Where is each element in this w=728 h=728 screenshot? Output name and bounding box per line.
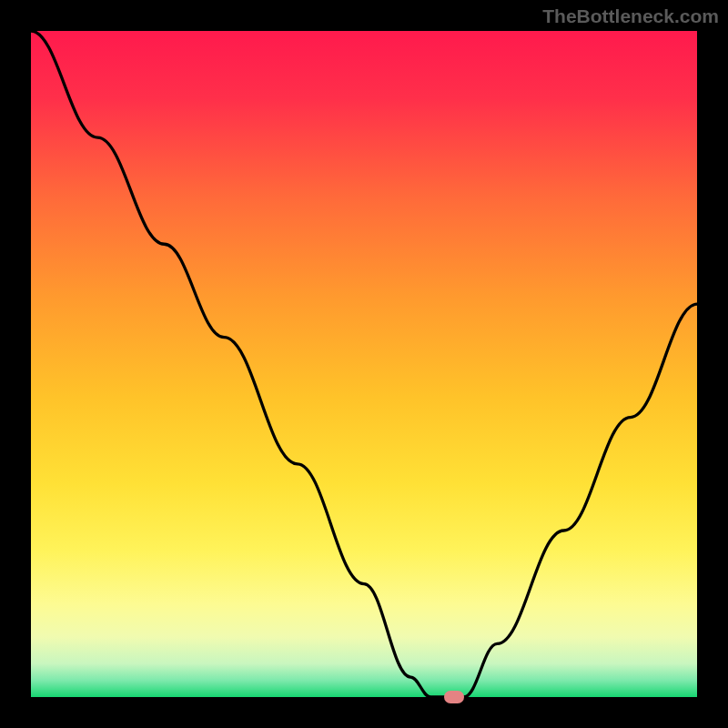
optimum-marker [444, 691, 464, 703]
chart-container: TheBottleneck.com [0, 0, 728, 728]
watermark-text: TheBottleneck.com [542, 5, 719, 27]
plot-area [31, 31, 697, 697]
curve [31, 31, 697, 697]
